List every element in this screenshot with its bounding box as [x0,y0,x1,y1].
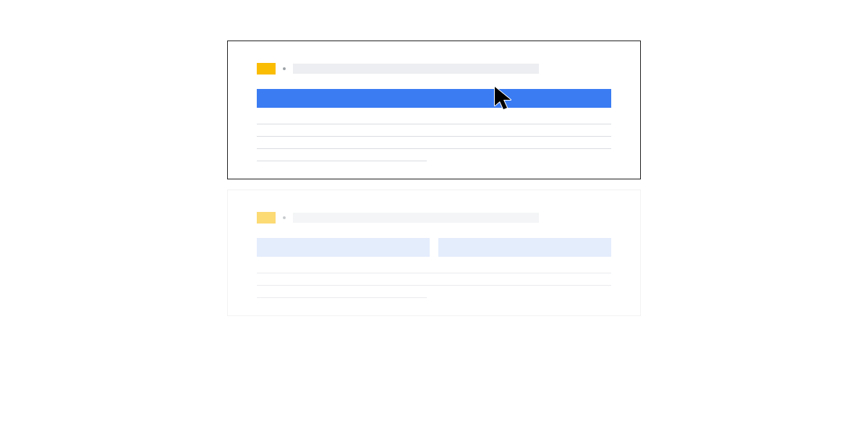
snippet-line [257,124,611,124]
url-placeholder [293,213,539,223]
result-title-link-segment[interactable] [438,238,611,257]
snippet-line [257,148,611,149]
favicon-icon [257,212,276,224]
favicon-icon [257,63,276,75]
diagram-canvas [0,0,868,434]
result-title-link-segment[interactable] [257,238,430,257]
result-header [257,63,611,75]
snippet-line [257,136,611,137]
separator-dot-icon [283,67,286,70]
search-result-card-inactive[interactable] [227,190,641,316]
url-placeholder [293,64,539,74]
search-result-card-active[interactable] [227,41,641,179]
separator-dot-icon [283,216,286,219]
result-snippet [257,124,611,161]
snippet-line [257,273,611,273]
snippet-line [257,285,611,286]
result-snippet [257,273,611,298]
snippet-line [257,161,427,161]
result-title-row [257,238,611,257]
snippet-line [257,297,427,298]
result-header [257,212,611,224]
result-title-link[interactable] [257,89,611,108]
result-title-row [257,89,611,108]
